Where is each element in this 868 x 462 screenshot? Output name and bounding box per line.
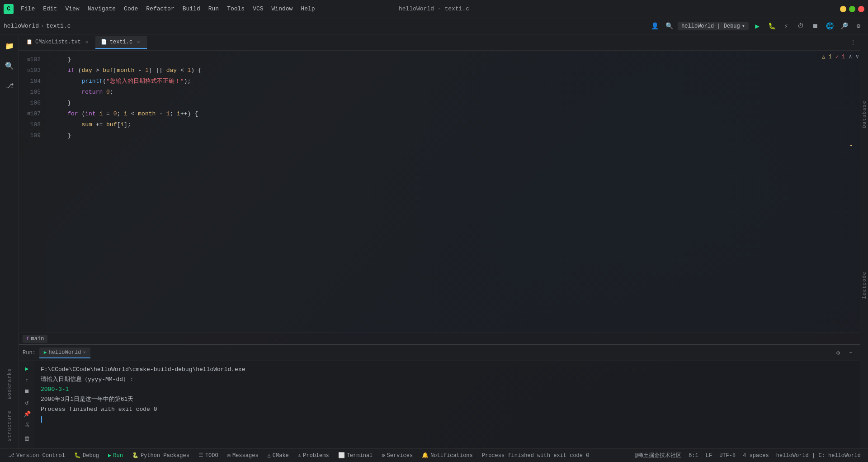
terminal-exit-line: Process finished with exit code 0 xyxy=(41,405,854,414)
profile-button[interactable]: 👤 xyxy=(649,20,660,32)
window-controls: – □ ✕ xyxy=(840,6,864,12)
status-debug[interactable]: 🐛 Debug xyxy=(70,449,104,462)
profile-run-button[interactable]: ⏱ xyxy=(795,20,807,32)
translate-button[interactable]: 🌐 xyxy=(824,20,835,32)
terminal-cursor xyxy=(41,416,42,423)
status-run[interactable]: ▶ Run xyxy=(104,449,127,462)
encoding[interactable]: UTF-8 xyxy=(716,449,739,462)
search-button[interactable]: 🔍 xyxy=(663,20,675,32)
menu-tools[interactable]: Tools xyxy=(223,4,248,14)
menu-help[interactable]: Help xyxy=(297,4,318,14)
status-cmake[interactable]: △ CMake xyxy=(263,449,293,462)
settings-button[interactable]: ⚙ xyxy=(853,20,864,32)
status-messages[interactable]: ✉ Messages xyxy=(223,449,263,462)
run-button[interactable]: ▶ xyxy=(751,20,763,32)
minimize-button[interactable]: – xyxy=(840,6,846,12)
debug-button[interactable]: 🐛 xyxy=(766,20,778,32)
term-trash-button[interactable]: 🗑 xyxy=(21,432,33,445)
secondary-toolbar: helloWorld › text1.c 👤 🔍 helloWorld | De… xyxy=(0,18,868,34)
text1c-tab-close[interactable]: ✕ xyxy=(135,39,142,45)
menu-navigate[interactable]: Navigate xyxy=(84,4,119,14)
term-run-button[interactable]: ▶ xyxy=(21,365,33,373)
notifications-icon: 🔔 xyxy=(422,452,429,459)
terminal-settings-button[interactable]: ⚙ xyxy=(833,348,844,358)
next-error-button[interactable]: ∨ xyxy=(856,53,859,60)
run-label: Run: xyxy=(23,350,36,356)
line-109: 109 xyxy=(19,130,46,141)
database-tab[interactable]: Database xyxy=(860,69,868,159)
code-content: ⊞ 102 ⊟ 103 104 105 106 xyxy=(19,51,860,333)
python-packages-label: Python Packages xyxy=(141,452,189,459)
line-numbers: ⊞ 102 ⊟ 103 104 105 106 xyxy=(19,51,46,333)
terminal-tab-name: helloWorld xyxy=(48,349,81,356)
term-rerun-button[interactable]: ↺ xyxy=(21,398,33,407)
code-lines[interactable]: } if (day > buf[month - 1] || day < 1) {… xyxy=(46,51,860,333)
function-indicator[interactable]: f main xyxy=(23,335,47,343)
sidebar-project-icon[interactable]: 📁 xyxy=(1,38,18,54)
tab-text1c[interactable]: 📄 text1.c ✕ xyxy=(95,36,147,49)
line-endings[interactable]: LF xyxy=(702,449,716,462)
menu-build[interactable]: Build xyxy=(179,4,204,14)
coverage-button[interactable]: ⚡ xyxy=(780,20,792,32)
window-title: helloWorld - text1.c xyxy=(399,5,469,12)
menu-edit[interactable]: Edit xyxy=(39,4,61,14)
terminal-left-icons: ▶ ↑ ⏹ ↺ 📌 🖨 🗑 xyxy=(19,361,35,448)
breadcrumb-file[interactable]: text1.c xyxy=(46,23,71,29)
prev-error-button[interactable]: ∧ xyxy=(849,53,852,60)
error-badge[interactable]: ✓ 1 xyxy=(835,53,845,60)
menu-run[interactable]: Run xyxy=(205,4,222,14)
sidebar-search-icon[interactable]: 🔍 xyxy=(1,58,18,74)
leetcode-tab[interactable]: leetcode xyxy=(860,244,868,326)
find-button[interactable]: 🔎 xyxy=(838,20,850,32)
menu-view[interactable]: View xyxy=(61,4,83,14)
breadcrumb-project[interactable]: helloWorld xyxy=(4,23,39,29)
code-line-103: if (day > buf[month - 1] || day < 1) { xyxy=(53,65,860,76)
cmake-tab-label: CMakeLists.txt xyxy=(35,39,81,45)
bookmarks-label: Bookmarks xyxy=(7,365,12,403)
code-line-102: } xyxy=(53,54,860,65)
run-config[interactable]: helloWorld | Debug ▾ xyxy=(678,22,749,30)
terminal-tab-close[interactable]: ✕ xyxy=(83,349,86,355)
menu-code[interactable]: Code xyxy=(120,4,142,14)
version-control-label: Version Control xyxy=(16,452,65,459)
status-problems[interactable]: ⚠ Problems xyxy=(293,449,334,462)
close-button[interactable]: ✕ xyxy=(858,6,864,12)
term-stop-button[interactable]: ⏹ xyxy=(21,387,33,396)
menu-vcs[interactable]: VCS xyxy=(249,4,267,14)
cmake-tab-close[interactable]: ✕ xyxy=(84,39,90,45)
menu-refactor[interactable]: Refactor xyxy=(142,4,178,14)
warning-badge[interactable]: △ 1 xyxy=(822,53,832,60)
menu-file[interactable]: File xyxy=(17,4,38,14)
cursor-position[interactable]: 6:1 xyxy=(685,449,702,462)
toolbar-right: 👤 🔍 helloWorld | Debug ▾ ▶ 🐛 ⚡ ⏱ ⏹ 🌐 🔎 ⚙ xyxy=(649,20,864,32)
editor-area: 📋 CMakeLists.txt ✕ 📄 text1.c ✕ ⋮ ⊞ xyxy=(19,34,860,448)
term-print-button[interactable]: 🖨 xyxy=(21,421,33,429)
menu-window[interactable]: Window xyxy=(268,4,297,14)
terminal-tab-helloworld[interactable]: ▶ helloWorld ✕ xyxy=(39,348,90,358)
cmake-icon: △ xyxy=(268,452,271,459)
status-notifications[interactable]: 🔔 Notifications xyxy=(417,449,477,462)
status-version-control[interactable]: ⎇ Version Control xyxy=(4,449,70,462)
tab-cmakelists[interactable]: 📋 CMakeLists.txt ✕ xyxy=(21,36,95,49)
copyright-label: @稀土掘金技术社区 xyxy=(631,449,685,462)
tab-more-button[interactable]: ⋮ xyxy=(846,38,860,46)
terminal-minimize-button[interactable]: – xyxy=(845,348,856,358)
status-python-packages[interactable]: 🐍 Python Packages xyxy=(127,449,194,462)
terminal-output[interactable]: F:\CCode\CCode\helloWorld\cmake-build-de… xyxy=(35,361,860,448)
term-pin-button[interactable]: 📌 xyxy=(21,410,33,418)
status-terminal[interactable]: ⬜ Terminal xyxy=(334,449,377,462)
status-todo[interactable]: ☰ TODO xyxy=(194,449,223,462)
run-status-label: Run xyxy=(113,452,123,459)
sidebar-git-icon[interactable]: ⎇ xyxy=(1,78,18,94)
text1c-tab-icon: 📄 xyxy=(101,39,107,45)
indent[interactable]: 4 spaces xyxy=(739,449,773,462)
maximize-button[interactable]: □ xyxy=(849,6,855,12)
status-services[interactable]: ⚙ Services xyxy=(377,449,417,462)
term-scroll-up[interactable]: ↑ xyxy=(21,376,33,385)
terminal-input-line: 2000-3-1 xyxy=(41,385,854,395)
context[interactable]: helloWorld | C: helloWorld xyxy=(773,449,864,462)
debug-status-icon: 🐛 xyxy=(74,452,81,459)
stop-button[interactable]: ⏹ xyxy=(809,20,821,32)
terminal-cursor-line xyxy=(41,414,854,424)
text1c-tab-label: text1.c xyxy=(110,39,132,45)
